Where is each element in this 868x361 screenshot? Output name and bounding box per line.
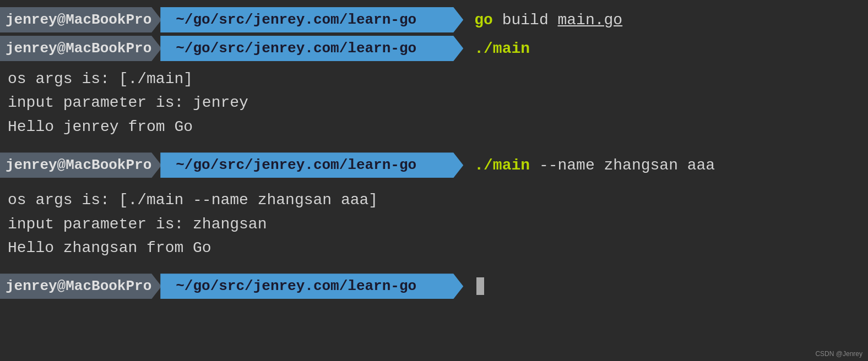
prompt-row-1: jenrey@MacBookPro ~/go/src/jenrey.com/le… [0, 6, 868, 34]
cmd-go-keyword: go [474, 12, 493, 29]
spacer-1 [0, 141, 868, 151]
command-4 [463, 277, 868, 295]
output-line-2-3: Hello zhangsan from Go [7, 236, 861, 260]
output-block-1: os args is: [./main] input parameter is:… [0, 63, 868, 141]
prompt-path-2: ~/go/src/jenrey.com/learn-go [160, 36, 463, 61]
prompt-user-4: jenrey@MacBookPro [0, 274, 161, 299]
terminal-window: jenrey@MacBookPro ~/go/src/jenrey.com/le… [0, 0, 868, 361]
prompt-row-3: jenrey@MacBookPro ~/go/src/jenrey.com/le… [0, 151, 868, 179]
watermark: CSDN @Jenrey [815, 350, 862, 358]
spacer-sm-1 [0, 179, 868, 184]
prompt-user-1: jenrey@MacBookPro [0, 7, 161, 32]
prompt-path-1: ~/go/src/jenrey.com/learn-go [160, 7, 463, 32]
prompt-user-3: jenrey@MacBookPro [0, 152, 161, 178]
output-line-1-2: input parameter is: jenrey [7, 91, 861, 114]
spacer-2 [0, 262, 868, 272]
output-line-2-2: input parameter is: zhangsan [7, 212, 861, 236]
output-line-2-1: os args is: [./main --name zhangsan aaa] [7, 188, 861, 212]
cmd-args-2: --name zhangsan aaa [539, 157, 715, 174]
output-block-2: os args is: [./main --name zhangsan aaa]… [0, 184, 868, 262]
command-2: ./main [463, 40, 868, 57]
cmd-main-1: ./main [474, 40, 530, 57]
output-line-1-1: os args is: [./main] [7, 67, 861, 91]
prompt-path-4: ~/go/src/jenrey.com/learn-go [160, 274, 463, 299]
terminal-cursor [476, 277, 484, 295]
command-3: ./main --name zhangsan aaa [463, 157, 868, 174]
prompt-path-3: ~/go/src/jenrey.com/learn-go [160, 152, 463, 178]
prompt-user-2: jenrey@MacBookPro [0, 36, 161, 61]
cmd-maingo-text: main.go [558, 12, 623, 29]
cmd-build-text: build [502, 12, 558, 29]
prompt-row-4: jenrey@MacBookPro ~/go/src/jenrey.com/le… [0, 272, 868, 300]
command-1: go build main.go [463, 12, 868, 29]
cmd-main-2: ./main [474, 157, 530, 174]
prompt-row-2: jenrey@MacBookPro ~/go/src/jenrey.com/le… [0, 34, 868, 63]
output-line-1-3: Hello jenrey from Go [7, 115, 861, 139]
